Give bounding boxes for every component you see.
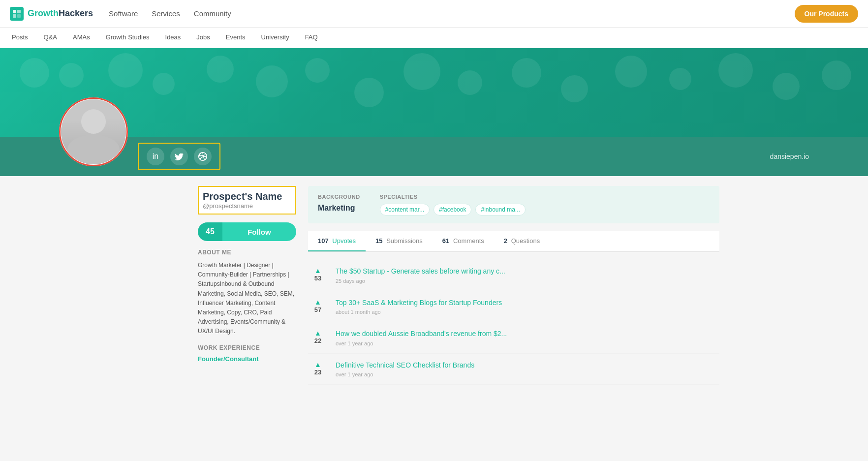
profile-tabs: 107 Upvotes 15 Submissions 61 Comments 2… [308, 231, 719, 252]
post-votes-0: ▲ 53 [308, 267, 328, 282]
upvote-icon-0: ▲ [314, 267, 321, 275]
nav-left: GrowthHackers Software Services Communit… [10, 0, 231, 27]
avatar [59, 97, 128, 166]
nav-jobs[interactable]: Jobs [194, 28, 212, 48]
upvote-icon-1: ▲ [314, 298, 321, 306]
avatar-image [61, 99, 126, 164]
post-votes-2: ▲ 22 [308, 329, 328, 344]
nav-software[interactable]: Software [109, 0, 138, 27]
table-row: ▲ 53 The $50 Startup - Generate sales be… [308, 260, 719, 291]
about-me-text: Growth Marketer | Designer | Community-B… [198, 261, 296, 337]
spec-tag-1[interactable]: #facebook [434, 204, 471, 215]
spec-tag-0[interactable]: #content mar... [380, 204, 430, 215]
profile-bar: in dansiepen.io [0, 137, 868, 176]
nav-qa[interactable]: Q&A [42, 28, 59, 48]
right-column: BACKGROUND Marketing SPECIALTIES #conten… [308, 186, 719, 385]
tab-upvotes[interactable]: 107 Upvotes [308, 231, 366, 251]
post-time-1: about 1 month ago [336, 309, 502, 315]
top-nav: GrowthHackers Software Services Communit… [0, 0, 868, 28]
logo[interactable]: GrowthHackers [10, 7, 93, 21]
specialties-section: SPECIALTIES #content mar... #facebook #i… [380, 194, 526, 215]
tab-questions[interactable]: 2 Questions [494, 231, 550, 251]
our-products-button[interactable]: Our Products [795, 5, 858, 23]
vote-count-0: 53 [314, 275, 321, 282]
hero-circles [0, 48, 868, 137]
background-value: Marketing [318, 204, 360, 213]
main-content: Prospect's Name @prospectsname 45 Follow… [139, 176, 729, 395]
vote-count-2: 22 [314, 337, 321, 344]
secondary-nav: Posts Q&A AMAs Growth Studies Ideas Jobs… [0, 28, 868, 48]
post-title-3[interactable]: Definitive Technical SEO Checklist for B… [336, 361, 474, 369]
linkedin-icon[interactable]: in [147, 148, 164, 165]
nav-posts[interactable]: Posts [10, 28, 30, 48]
post-votes-1: ▲ 57 [308, 298, 328, 313]
nav-events[interactable]: Events [224, 28, 248, 48]
post-title-2[interactable]: How we doubled Aussie Broadband's revenu… [336, 330, 507, 338]
nav-faq[interactable]: FAQ [303, 28, 320, 48]
background-label: BACKGROUND [318, 194, 360, 200]
specialties-label: SPECIALTIES [380, 194, 526, 200]
table-row: ▲ 23 Definitive Technical SEO Checklist … [308, 354, 719, 385]
post-time-0: 25 days ago [336, 278, 505, 284]
work-exp-value[interactable]: Founder/Consultant [198, 355, 296, 363]
upvote-icon-3: ▲ [314, 361, 321, 369]
specialties-tags: #content mar... #facebook #inbound ma... [380, 204, 526, 215]
post-content-1: Top 30+ SaaS & Marketing Blogs for Start… [336, 298, 502, 315]
left-column: Prospect's Name @prospectsname 45 Follow… [198, 186, 296, 385]
profile-name-box: Prospect's Name @prospectsname [198, 186, 296, 215]
background-section: BACKGROUND Marketing [318, 194, 360, 215]
nav-growth-studies[interactable]: Growth Studies [104, 28, 152, 48]
svg-rect-2 [13, 14, 16, 18]
post-content-0: The $50 Startup - Generate sales before … [336, 267, 505, 284]
svg-rect-1 [17, 10, 21, 13]
vote-count-1: 57 [314, 306, 321, 313]
posts-list: ▲ 53 The $50 Startup - Generate sales be… [308, 260, 719, 385]
nav-university[interactable]: University [259, 28, 291, 48]
post-votes-3: ▲ 23 [308, 361, 328, 376]
post-time-2: over 1 year ago [336, 340, 507, 346]
post-content-3: Definitive Technical SEO Checklist for B… [336, 361, 474, 378]
svg-rect-3 [17, 14, 21, 18]
post-title-1[interactable]: Top 30+ SaaS & Marketing Blogs for Start… [336, 299, 502, 307]
tab-comments[interactable]: 61 Comments [433, 231, 494, 251]
vote-count-3: 23 [314, 369, 321, 376]
spec-tag-2[interactable]: #inbound ma... [475, 204, 525, 215]
profile-name: Prospect's Name [203, 191, 291, 202]
nav-services[interactable]: Services [152, 0, 180, 27]
background-card: BACKGROUND Marketing SPECIALTIES #conten… [308, 186, 719, 223]
twitter-icon[interactable] [170, 148, 188, 165]
logo-icon [10, 7, 24, 21]
social-icons-box: in [138, 143, 220, 170]
work-exp-label: WORK EXPERIENCE [198, 344, 296, 351]
profile-handle: @prospectsname [203, 202, 291, 210]
table-row: ▲ 57 Top 30+ SaaS & Marketing Blogs for … [308, 291, 719, 323]
logo-text: GrowthHackers [28, 8, 93, 19]
nav-links: Software Services Community [109, 0, 231, 27]
hero-banner [0, 48, 868, 137]
about-me-label: ABOUT ME [198, 249, 296, 256]
svg-rect-0 [13, 10, 16, 13]
follow-count: 45 [198, 222, 222, 241]
table-row: ▲ 22 How we doubled Aussie Broadband's r… [308, 322, 719, 354]
post-title-0[interactable]: The $50 Startup - Generate sales before … [336, 267, 505, 275]
dribbble-icon[interactable] [194, 148, 212, 165]
upvote-icon-2: ▲ [314, 329, 321, 337]
post-content-2: How we doubled Aussie Broadband's revenu… [336, 329, 507, 346]
post-time-3: over 1 year ago [336, 371, 474, 377]
nav-amas[interactable]: AMAs [71, 28, 92, 48]
follow-button[interactable]: Follow [222, 222, 296, 241]
nav-community[interactable]: Community [194, 0, 231, 27]
follow-button-group[interactable]: 45 Follow [198, 222, 296, 241]
website-link[interactable]: dansiepen.io [770, 153, 809, 160]
nav-ideas[interactable]: Ideas [163, 28, 183, 48]
tab-submissions[interactable]: 15 Submissions [366, 231, 433, 251]
